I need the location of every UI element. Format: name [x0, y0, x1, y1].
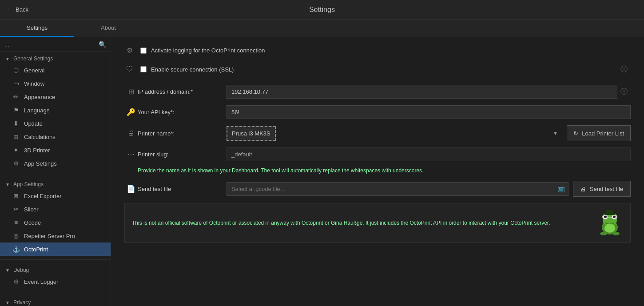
appearance-icon: ✏ [12, 93, 20, 100]
top-header: ← Back Settings [0, 0, 644, 20]
svg-point-7 [613, 215, 616, 218]
section-general-settings[interactable]: ▼ General Settings [0, 52, 111, 64]
section-privacy[interactable]: ▼ Privacy [0, 296, 111, 306]
sidebar-item-calculations[interactable]: ⊞ Calculations [0, 130, 111, 143]
chevron-down-icon: ▼ [553, 130, 558, 136]
notice-box: This is not an official software of Octo… [124, 203, 631, 243]
api-key-label: Your API key*: [138, 109, 227, 115]
load-printer-button[interactable]: ↻ Load Printer List [567, 125, 631, 141]
send-test-button[interactable]: 🖨 Send test file [573, 181, 631, 197]
ip-input[interactable] [227, 85, 617, 99]
printer-name-label: Printer name*: [138, 130, 227, 137]
tab-row: Settings About [0, 20, 644, 37]
repetier-icon: ◎ [12, 232, 20, 239]
svg-rect-12 [606, 210, 613, 214]
load-printer-icon: ↻ [573, 130, 578, 137]
send-test-row: 📄 Send test file 📺 🖨 Send test file [124, 181, 631, 197]
slug-info-text: Provide the name as it is shown in your … [138, 167, 631, 174]
excel-icon: ⊠ [12, 192, 20, 199]
file-select-wrapper: 📺 [227, 182, 568, 196]
ssl-checkbox-label[interactable]: Enable secure connection (SSL) [140, 66, 234, 73]
sidebar-item-appsettings1[interactable]: ⚙ App Settings [0, 157, 111, 170]
logging-checkbox-label[interactable]: Activate logging for the OctoPrint conne… [140, 47, 265, 54]
sidebar-item-octoprint[interactable]: ⚓ OctoPrint [0, 242, 111, 256]
logging-checkbox[interactable] [140, 48, 147, 54]
back-arrow-icon: ← [7, 6, 13, 13]
svg-point-10 [612, 232, 620, 235]
chevron-down-icon4: ▼ [5, 300, 10, 305]
section-app-settings[interactable]: ▼ App Settings [0, 178, 111, 189]
chevron-down-icon2: ▼ [5, 182, 10, 187]
section-debug[interactable]: ▼ Debug [0, 263, 111, 275]
tab-settings[interactable]: Settings [0, 20, 74, 37]
send-test-icon: 📄 [124, 185, 138, 193]
ip-row: ⊞ IP address / domain:* ⓘ [124, 84, 631, 99]
notice-text: This is not an official software of Octo… [132, 219, 589, 227]
sidebar-item-gcode[interactable]: ≡ Gcode [0, 216, 111, 229]
calculations-icon: ⊞ [12, 133, 20, 140]
general-icon: ⬡ [12, 67, 20, 74]
language-icon: ⚑ [12, 107, 20, 114]
sidebar-item-3dprinter[interactable]: ✦ 3D Printer [0, 143, 111, 157]
ip-help-button[interactable]: ⓘ [617, 84, 631, 99]
window-icon: ▭ [12, 80, 20, 87]
page-title: Settings [309, 6, 335, 14]
file-browse-icon[interactable]: 📺 [557, 185, 565, 192]
content-area: ⚙ Activate logging for the OctoPrint con… [111, 37, 644, 306]
octoprint-icon: ⚓ [12, 246, 20, 253]
sidebar-item-language[interactable]: ⚑ Language [0, 103, 111, 117]
search-bar: 🔍 [0, 37, 111, 52]
printer-name-select-wrapper: Prusa i3 MK3S Prusa i3 MK2S Prusa MINI C… [227, 126, 562, 141]
printer-name-row: 🖨 Printer name*: Prusa i3 MK3S Prusa i3 … [124, 125, 631, 141]
svg-point-6 [604, 215, 607, 218]
chevron-down-icon: ▼ [5, 56, 10, 61]
update-icon: ⬇ [12, 120, 20, 127]
gcode-icon: ≡ [12, 219, 20, 226]
ssl-row: 🛡 Enable secure connection (SSL) ⓘ [124, 62, 631, 77]
search-icon[interactable]: 🔍 [99, 41, 106, 48]
sidebar-item-update[interactable]: ⬇ Update [0, 117, 111, 130]
api-key-input[interactable] [227, 105, 631, 119]
printer-name-select[interactable]: Prusa i3 MK3S Prusa i3 MK2S Prusa MINI C… [227, 126, 276, 141]
ip-icon: ⊞ [124, 87, 138, 96]
tab-about[interactable]: About [74, 20, 143, 37]
svg-point-8 [604, 224, 615, 233]
sidebar-item-general[interactable]: ⬡ General [0, 64, 111, 77]
send-test-btn-icon: 🖨 [580, 186, 586, 192]
logging-icon: ⚙ [124, 46, 135, 55]
chevron-down-icon3: ▼ [5, 268, 10, 273]
sidebar-item-window[interactable]: ▭ Window [0, 77, 111, 90]
appsettings-icon1: ⚙ [12, 160, 20, 167]
main-layout: 🔍 ▼ General Settings ⬡ General ▭ Window … [0, 37, 644, 306]
api-key-row: 🔑 Your API key*: [124, 105, 631, 119]
logging-row: ⚙ Activate logging for the OctoPrint con… [124, 46, 631, 55]
mascot-image [596, 210, 623, 236]
svg-point-9 [600, 232, 607, 235]
printer-slug-input[interactable] [227, 147, 631, 161]
ssl-icon: 🛡 [124, 65, 135, 73]
printer3d-icon: ✦ [12, 147, 20, 154]
printer-slug-icon: ⋯ [124, 150, 138, 159]
printer-name-icon: 🖨 [124, 129, 138, 137]
sidebar-item-event-logger[interactable]: ⚙ Event Logger [0, 275, 111, 288]
event-logger-icon: ⚙ [12, 278, 20, 285]
file-select-input[interactable] [227, 182, 568, 196]
back-button[interactable]: ← Back [7, 6, 28, 13]
ip-label: IP address / domain:* [138, 88, 227, 95]
printer-slug-label: Printer slug: [138, 151, 227, 158]
sidebar-item-appearance[interactable]: ✏ Appearance [0, 90, 111, 103]
sidebar-item-slicer[interactable]: ✂ Slicer [0, 203, 111, 216]
printer-slug-row: ⋯ Printer slug: [124, 147, 631, 161]
sidebar: 🔍 ▼ General Settings ⬡ General ▭ Window … [0, 37, 111, 306]
slicer-icon: ✂ [12, 206, 20, 213]
ssl-checkbox[interactable] [140, 66, 147, 72]
api-key-icon: 🔑 [124, 108, 138, 116]
search-input[interactable] [4, 41, 99, 48]
back-label: Back [16, 6, 28, 13]
ssl-help-button[interactable]: ⓘ [617, 62, 631, 77]
sidebar-item-repetier[interactable]: ◎ Repetier Server Pro [0, 229, 111, 242]
send-test-label: Send test file [138, 186, 227, 192]
sidebar-item-excel-exporter[interactable]: ⊠ Excel Exporter [0, 189, 111, 203]
